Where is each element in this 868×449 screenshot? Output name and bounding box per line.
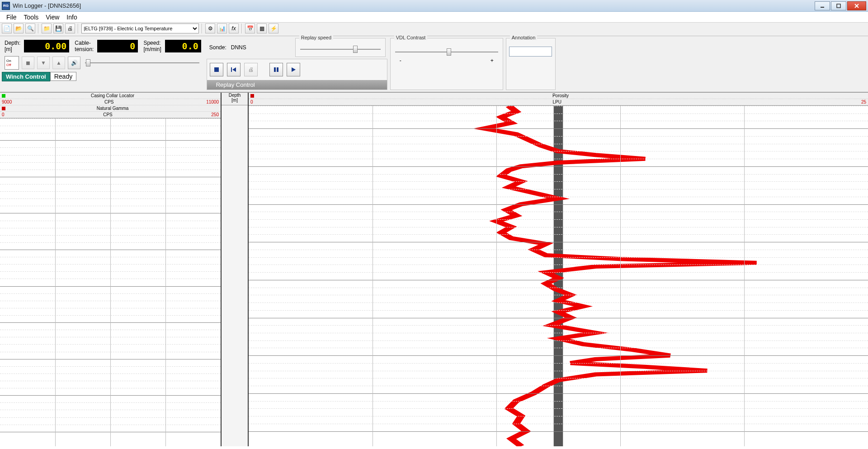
titlebar: RG Win Logger - [DNNS2656] <box>0 0 868 12</box>
control-panels: Depth: [m] 0.00 Cable- tension: 0 Speed:… <box>0 36 868 92</box>
fx-icon[interactable]: fx <box>229 24 239 33</box>
winch-buttons: OnOff ◼ ▼ ▲ 🔊 <box>2 54 204 71</box>
maximize-button[interactable] <box>831 1 846 10</box>
speed-label: Speed: <box>143 40 160 46</box>
winch-status-row: Winch Control Ready <box>2 71 204 81</box>
power-toggle[interactable]: OnOff <box>5 56 19 70</box>
new-file-icon[interactable]: 📄 <box>2 24 12 33</box>
save-icon[interactable]: 💾 <box>53 24 63 33</box>
replay-rewind-button[interactable] <box>227 63 241 76</box>
bolt-icon[interactable]: ⚡ <box>269 24 278 33</box>
svg-rect-5 <box>231 67 232 72</box>
search-icon[interactable]: 🔍 <box>25 24 35 33</box>
stop-square-button[interactable]: ◼ <box>22 57 34 69</box>
close-button[interactable] <box>847 1 866 10</box>
svg-rect-8 <box>277 67 278 72</box>
speed-readout: 0.0 <box>165 40 201 52</box>
chart-icon[interactable]: 📊 <box>217 24 227 33</box>
menu-info[interactable]: Info <box>63 12 80 22</box>
toolbar: 📄 📂 🔍 📁 💾 🖨 |ELTG [9739] - Electric Log … <box>0 23 868 36</box>
sonde-label: Sonde: <box>209 44 226 51</box>
replay-play-button[interactable] <box>287 63 300 76</box>
replay-control-group: 🖨 Replay Control <box>207 59 387 90</box>
replay-control-header: Replay Control <box>207 80 387 90</box>
menu-view[interactable]: View <box>42 12 63 22</box>
tension-label: tension: <box>75 46 94 52</box>
menu-file[interactable]: File <box>3 12 20 22</box>
open-file-icon[interactable]: 📂 <box>14 24 24 33</box>
winch-status: Ready <box>50 72 76 81</box>
cable-label: Cable- <box>75 40 90 46</box>
replay-speed-slider[interactable] <box>298 44 382 55</box>
calendar-icon[interactable]: 📅 <box>245 24 255 33</box>
depth-label: Depth: <box>5 40 20 46</box>
speed-unit: [m/min] <box>143 46 161 52</box>
replay-speed-group: Replay speed <box>295 38 386 57</box>
winch-control-tag: Winch Control <box>2 72 50 81</box>
cable-readout: 0 <box>97 40 138 52</box>
folder-icon[interactable]: 📁 <box>42 24 52 33</box>
depth-readout: 0.00 <box>24 40 69 52</box>
right-track: Porosity 0LPU25 <box>249 93 868 446</box>
sonde-value: DNNS <box>231 44 246 51</box>
config-icon[interactable]: ⚙ <box>205 24 215 33</box>
up-arrow-button[interactable]: ▲ <box>52 57 65 69</box>
grid-icon[interactable]: ▦ <box>257 24 267 33</box>
svg-rect-1 <box>837 4 840 8</box>
speaker-icon[interactable]: 🔊 <box>68 57 80 69</box>
left-track: Casing Collar Locator 9000CPS11000 Natur… <box>0 93 222 446</box>
svg-rect-7 <box>274 67 276 72</box>
window-title: Win Logger - [DNNS2656] <box>13 2 81 9</box>
down-arrow-button[interactable]: ▼ <box>37 57 50 69</box>
depth-unit: [m] <box>5 46 12 52</box>
replay-stop-button[interactable] <box>210 63 223 76</box>
sonde-panel: Sonde: DNNS <box>207 38 292 57</box>
svg-rect-4 <box>214 67 219 72</box>
annotation-group: Annotation <box>506 38 556 90</box>
replay-pause-button[interactable] <box>269 63 283 76</box>
svg-marker-6 <box>232 67 236 72</box>
svg-marker-9 <box>292 67 296 72</box>
app-icon: RG <box>2 2 10 10</box>
readout-panel: Depth: [m] 0.00 Cable- tension: 0 Speed:… <box>2 38 204 54</box>
menu-tools[interactable]: Tools <box>20 12 42 22</box>
log-plot-area: Casing Collar Locator 9000CPS11000 Natur… <box>0 92 868 446</box>
depth-track: Depth[m] 79.080.081.082.083.084.085.086.… <box>222 93 249 446</box>
tool-dropdown[interactable]: |ELTG [9739] - Electric Log Temperature <box>81 24 199 33</box>
minimize-button[interactable] <box>815 1 830 10</box>
print-icon[interactable]: 🖨 <box>65 24 75 33</box>
replay-print-button[interactable]: 🖨 <box>244 63 258 76</box>
winch-slider[interactable] <box>83 57 201 68</box>
vdl-contrast-group: VDL Contrast -+ <box>390 38 503 90</box>
vdl-contrast-slider[interactable] <box>393 47 500 57</box>
menubar: File Tools View Info <box>0 12 868 23</box>
annotation-input[interactable] <box>509 47 552 57</box>
